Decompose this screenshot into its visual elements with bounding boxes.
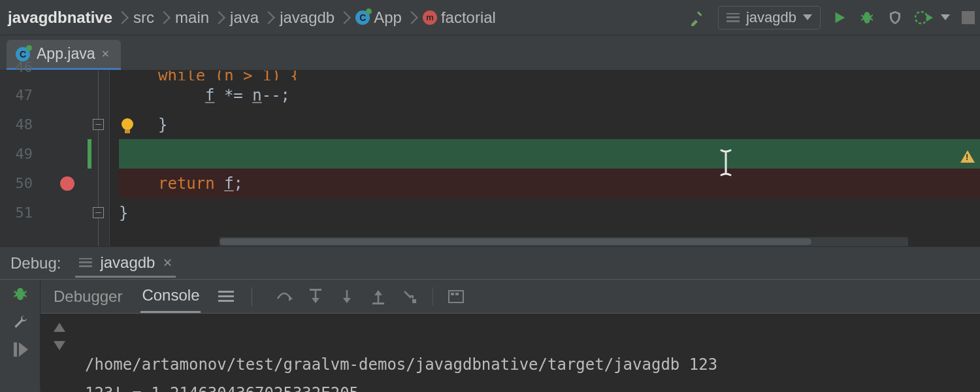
scrollbar-thumb[interactable]	[220, 238, 811, 245]
top-actions: javagdb	[689, 6, 975, 29]
console-line: 123! = 1.2146304367025332E205	[85, 384, 359, 392]
evaluate-icon[interactable]	[448, 288, 465, 305]
debug-session-tab[interactable]: javagdb ×	[75, 248, 176, 278]
run-config-name: javagdb	[746, 9, 796, 26]
breadcrumb-item[interactable]: java	[230, 8, 259, 27]
chevron-right-icon	[405, 11, 418, 24]
execution-line	[119, 139, 980, 169]
tab-debugger[interactable]: Debugger	[52, 281, 123, 312]
svg-rect-1	[962, 11, 975, 24]
debug-panel-header: Debug: javagdb ×	[0, 247, 980, 280]
application-icon	[727, 13, 740, 22]
step-into-icon[interactable]	[307, 288, 324, 305]
debug-side-toolbar	[0, 280, 41, 391]
stop-icon[interactable]	[962, 11, 975, 24]
svg-point-0	[915, 12, 927, 24]
method-icon: m	[423, 10, 437, 25]
code-text: ;	[234, 174, 243, 193]
profile-run-icon[interactable]	[915, 9, 934, 26]
debug-title: Debug:	[10, 254, 61, 272]
code-area[interactable]: while (n > 1) { f *= n--; } return f; }	[110, 71, 980, 246]
breakpoint-line: return f;	[119, 169, 980, 198]
svg-rect-8	[372, 302, 384, 304]
top-toolbar: javagdbnative src main java javagdb App …	[0, 0, 980, 35]
svg-rect-7	[310, 289, 321, 291]
code-text: while (n > 1) {	[158, 71, 300, 80]
breadcrumbs: javagdbnative src main java javagdb App …	[8, 8, 496, 27]
class-icon	[355, 10, 370, 25]
line-number: 51	[0, 204, 39, 221]
coverage-icon[interactable]	[887, 9, 903, 26]
build-icon[interactable]	[689, 9, 706, 26]
breakpoint-icon[interactable]	[60, 176, 74, 191]
chevron-right-icon	[212, 11, 225, 24]
warning-icon[interactable]	[960, 150, 975, 163]
code-text: f	[224, 174, 233, 193]
breadcrumb-method[interactable]: m factorial	[423, 8, 496, 27]
fold-handle-icon[interactable]	[93, 119, 104, 130]
line-number: 50	[0, 175, 39, 191]
line-number: 46	[0, 59, 39, 75]
close-icon[interactable]: ×	[102, 46, 110, 61]
svg-rect-4	[218, 291, 234, 293]
scroll-down-icon[interactable]	[54, 341, 65, 350]
rerun-debug-icon[interactable]	[11, 285, 29, 303]
resume-icon[interactable]	[12, 341, 28, 358]
debug-icon[interactable]	[858, 9, 875, 26]
menu-icon[interactable]	[218, 288, 235, 305]
scroll-up-icon[interactable]	[54, 323, 65, 332]
breadcrumb-class[interactable]: App	[355, 8, 402, 27]
code-text: f	[205, 86, 214, 105]
run-config-selector[interactable]: javagdb	[718, 6, 821, 29]
svg-rect-10	[449, 291, 463, 302]
editor-gutter[interactable]: 46 47 48 49 50 51	[0, 71, 110, 246]
step-out-icon[interactable]	[370, 288, 387, 305]
step-tools	[276, 287, 465, 306]
svg-rect-9	[412, 299, 416, 303]
breadcrumb-item[interactable]: src	[133, 8, 154, 27]
console-gutter	[41, 314, 78, 392]
console-output[interactable]: /home/artamonov/test/graalvm-demos/javag…	[78, 314, 724, 392]
fold-handle-icon[interactable]	[93, 207, 104, 218]
code-text: }	[119, 204, 128, 222]
force-step-into-icon[interactable]	[338, 288, 355, 305]
tab-console[interactable]: Console	[140, 280, 201, 313]
console: /home/artamonov/test/graalvm-demos/javag…	[41, 314, 980, 392]
close-icon[interactable]: ×	[163, 253, 172, 272]
code-text: }	[119, 116, 167, 134]
chevron-right-icon	[338, 11, 351, 24]
code-text: n	[252, 86, 261, 105]
console-line: /home/artamonov/test/graalvm-demos/javag…	[85, 355, 717, 374]
settings-icon[interactable]	[12, 314, 29, 331]
run-to-cursor-icon[interactable]	[401, 288, 418, 305]
svg-rect-5	[218, 295, 234, 297]
debug-panel: Debugger Console /home/artamonov/test	[0, 280, 980, 391]
application-icon	[79, 258, 92, 267]
line-number: 49	[0, 146, 39, 162]
debug-session-name: javagdb	[100, 253, 155, 272]
editor-tab-row: App.java ×	[0, 35, 980, 71]
step-over-icon[interactable]	[276, 288, 293, 305]
breadcrumb-item[interactable]: javagdb	[280, 8, 335, 27]
file-tab-label: App.java	[37, 45, 95, 63]
chevron-right-icon	[157, 11, 171, 24]
run-icon[interactable]	[832, 10, 847, 25]
line-number: 47	[0, 87, 39, 103]
code-text: *=	[214, 86, 252, 105]
chevron-right-icon	[262, 11, 275, 24]
breadcrumb-item[interactable]: main	[175, 8, 209, 27]
code-editor[interactable]: 46 47 48 49 50 51 while (n > 1) { f *	[0, 71, 980, 247]
chevron-down-icon	[803, 14, 812, 20]
chevron-down-icon[interactable]	[941, 14, 950, 20]
code-text: --;	[262, 86, 290, 105]
line-number: 48	[0, 116, 39, 133]
chevron-right-icon	[116, 11, 129, 24]
svg-rect-12	[455, 293, 459, 295]
horizontal-scrollbar[interactable]	[220, 237, 908, 246]
svg-rect-6	[218, 300, 234, 302]
debug-tabs: Debugger Console	[41, 280, 980, 314]
breadcrumb-root[interactable]: javagdbnative	[8, 8, 112, 27]
code-text: return	[158, 174, 224, 193]
svg-rect-11	[451, 293, 454, 295]
